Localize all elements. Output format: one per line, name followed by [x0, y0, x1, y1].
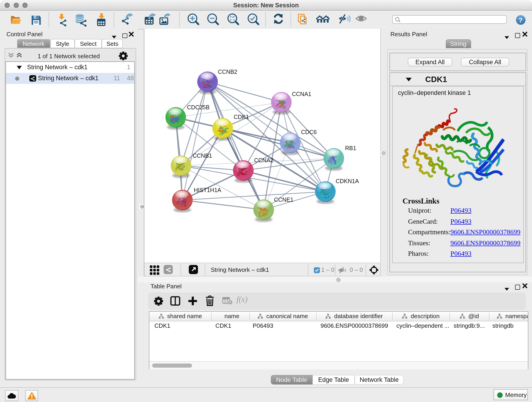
svg-text:RB1: RB1	[345, 145, 356, 151]
svg-text:CCNA2: CCNA2	[254, 157, 273, 163]
svg-text:CDKN1A: CDKN1A	[336, 178, 359, 184]
svg-text:HIST1H1A: HIST1H1A	[194, 187, 221, 193]
svg-text:CCNA1: CCNA1	[292, 91, 311, 97]
svg-text:CCNB2: CCNB2	[218, 69, 237, 75]
svg-text:CDC6: CDC6	[301, 129, 317, 135]
svg-text:CDC25B: CDC25B	[187, 104, 210, 110]
svg-text:CCNB1: CCNB1	[193, 153, 212, 159]
svg-text:CDK1: CDK1	[234, 114, 249, 120]
svg-text:CCNE1: CCNE1	[274, 196, 293, 203]
